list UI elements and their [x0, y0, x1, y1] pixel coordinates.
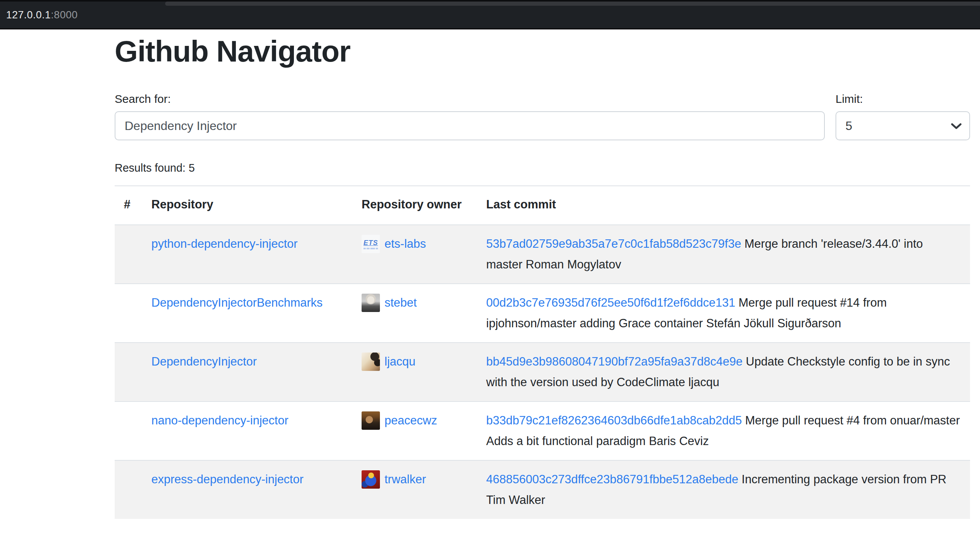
repository-link[interactable]: express-dependency-injector: [151, 473, 303, 486]
ets-labs-avatar: ETS: [362, 235, 380, 253]
repository-link[interactable]: DependencyInjector: [151, 355, 257, 368]
table-row: DependencyInjectorBenchmarks stebet 00d2…: [115, 284, 970, 343]
owner-link[interactable]: trwalker: [385, 469, 426, 490]
address-bar[interactable]: 127.0.0.1:8000: [6, 9, 78, 21]
commit-hash-link[interactable]: 00d2b3c7e76935d76f25ee50f6d1f2ef6ddce131: [486, 296, 735, 309]
ljacqu-avatar: [362, 353, 380, 371]
owner-link[interactable]: peacecwz: [385, 410, 437, 431]
limit-group: Limit: 5: [836, 92, 970, 140]
owner-link[interactable]: stebet: [385, 292, 417, 313]
limit-select[interactable]: 5: [836, 111, 970, 140]
commit-hash-link[interactable]: 53b7ad02759e9ab35a7e7c0c1fab58d523c79f3e: [486, 237, 741, 250]
commit-cell: bb45d9e3b98608047190bf72a95fa9a37d8c4e9e…: [477, 343, 970, 401]
limit-label: Limit:: [836, 92, 970, 106]
results-table: # Repository Repository owner Last commi…: [115, 185, 970, 519]
results-summary: Results found: 5: [115, 161, 970, 175]
row-number-cell: [115, 225, 142, 284]
search-input[interactable]: [115, 111, 825, 140]
repository-link[interactable]: nano-dependency-injector: [151, 414, 288, 427]
page-title: Github Navigator: [115, 33, 970, 69]
repository-cell: python-dependency-injector: [142, 225, 352, 284]
table-row: nano-dependency-injector peacecwz b33db7…: [115, 401, 970, 460]
commit-cell: b33db79c21ef8262364603db66dfe1ab8cab2dd5…: [477, 401, 970, 460]
repository-cell: express-dependency-injector: [142, 460, 352, 519]
commit-hash-link[interactable]: bb45d9e3b98608047190bf72a95fa9a37d8c4e9e: [486, 355, 743, 368]
browser-topbar: 127.0.0.1:8000: [0, 0, 980, 29]
search-label: Search for:: [115, 92, 825, 106]
commit-cell: 00d2b3c7e76935d76f25ee50f6d1f2ef6ddce131…: [477, 284, 970, 343]
owner-link[interactable]: ets-labs: [385, 234, 426, 254]
repository-cell: DependencyInjectorBenchmarks: [142, 284, 352, 343]
page-content: Github Navigator Search for: Limit: 5 Re…: [0, 33, 980, 519]
owner-cell: ETS ets-labs: [352, 225, 477, 284]
table-row: python-dependency-injector ETS ets-labs …: [115, 225, 970, 284]
topbar-divider: [0, 28, 980, 29]
peacecwz-avatar: [362, 411, 380, 430]
trwalker-avatar: [362, 470, 380, 489]
repository-cell: DependencyInjector: [142, 343, 352, 401]
row-number-cell: [115, 343, 142, 401]
search-group: Search for:: [115, 92, 825, 140]
table-header-row: # Repository Repository owner Last commi…: [115, 186, 970, 225]
table-row: express-dependency-injector trwalker 468…: [115, 460, 970, 519]
table-row: DependencyInjector ljacqu bb45d9e3b98608…: [115, 343, 970, 401]
owner-cell: peacecwz: [352, 401, 477, 460]
stebet-avatar: [362, 294, 380, 312]
owner-cell: trwalker: [352, 460, 477, 519]
repository-cell: nano-dependency-injector: [142, 401, 352, 460]
commit-cell: 53b7ad02759e9ab35a7e7c0c1fab58d523c79f3e…: [477, 225, 970, 284]
commit-hash-link[interactable]: 468856003c273dffce23b86791fbbe512a8ebede: [486, 473, 738, 486]
header-owner: Repository owner: [352, 186, 477, 225]
header-repository: Repository: [142, 186, 352, 225]
results-body: python-dependency-injector ETS ets-labs …: [115, 225, 970, 519]
owner-link[interactable]: ljacqu: [385, 351, 415, 372]
header-number: #: [115, 186, 142, 225]
commit-hash-link[interactable]: b33db79c21ef8262364603db66dfe1ab8cab2dd5: [486, 414, 742, 427]
url-host: 127.0.0.1: [6, 9, 51, 21]
owner-cell: ljacqu: [352, 343, 477, 401]
owner-cell: stebet: [352, 284, 477, 343]
url-port: :8000: [51, 9, 78, 21]
row-number-cell: [115, 460, 142, 519]
commit-cell: 468856003c273dffce23b86791fbbe512a8ebede…: [477, 460, 970, 519]
repository-link[interactable]: python-dependency-injector: [151, 237, 298, 250]
row-number-cell: [115, 284, 142, 343]
search-form: Search for: Limit: 5: [115, 92, 970, 140]
header-last-commit: Last commit: [477, 186, 970, 225]
repository-link[interactable]: DependencyInjectorBenchmarks: [151, 296, 323, 309]
tab-strip: [165, 2, 980, 6]
row-number-cell: [115, 401, 142, 460]
